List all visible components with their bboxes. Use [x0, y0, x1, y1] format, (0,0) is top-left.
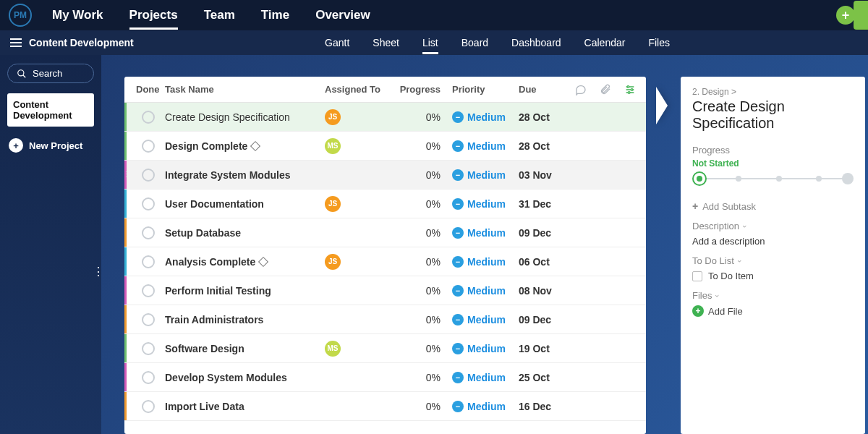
filter-icon[interactable] [624, 84, 636, 95]
todo-section[interactable]: To Do List › [692, 255, 854, 266]
tab-sheet[interactable]: Sheet [373, 31, 399, 54]
priority-badge[interactable]: −Medium [452, 169, 519, 181]
table-row[interactable]: Design Complete MS0%−Medium28 Oct [124, 132, 646, 161]
col-due[interactable]: Due [519, 84, 575, 95]
description-input[interactable]: Add a description [692, 236, 854, 247]
done-checkbox[interactable] [142, 342, 155, 355]
add-button[interactable]: + [836, 6, 855, 25]
done-checkbox[interactable] [142, 197, 155, 210]
due-date: 31 Dec [519, 198, 575, 210]
priority-badge[interactable]: −Medium [452, 256, 519, 268]
checkbox[interactable] [692, 271, 702, 281]
priority-badge[interactable]: −Medium [452, 111, 519, 123]
done-checkbox[interactable] [142, 371, 155, 384]
done-checkbox[interactable] [142, 284, 155, 297]
task-detail-panel: 2. Design > Create Design Specification … [681, 77, 865, 434]
new-project-button[interactable]: + New Project [7, 138, 94, 153]
table-row[interactable]: User Documentation JS0%−Medium31 Dec [124, 190, 646, 218]
priority-badge[interactable]: −Medium [452, 314, 519, 326]
progress-value: 0% [397, 285, 452, 297]
chevron-down-icon: › [713, 294, 722, 297]
avatar[interactable]: JS [325, 254, 341, 270]
content-area: Done Task Name Assigned To Progress Prio… [101, 55, 868, 434]
priority-badge[interactable]: −Medium [452, 140, 519, 152]
table-row[interactable]: Train Administrators 0%−Medium09 Dec [124, 305, 646, 334]
done-checkbox[interactable] [142, 226, 155, 239]
comment-icon[interactable] [575, 84, 587, 95]
progress-status: Not Started [692, 158, 854, 169]
priority-badge[interactable]: −Medium [452, 401, 519, 412]
svg-point-0 [18, 69, 24, 75]
table-row[interactable]: Analysis Complete JS0%−Medium06 Oct [124, 247, 646, 276]
nav-time[interactable]: Time [261, 1, 289, 30]
table-row[interactable]: Perform Initial Testing 0%−Medium08 Nov [124, 276, 646, 305]
done-checkbox[interactable] [142, 400, 155, 413]
done-checkbox[interactable] [142, 255, 155, 268]
progress-slider[interactable] [692, 171, 854, 186]
help-button[interactable] [854, 1, 868, 30]
files-section[interactable]: Files › [692, 290, 854, 301]
nav-team[interactable]: Team [204, 1, 235, 30]
tab-calendar[interactable]: Calendar [584, 31, 626, 54]
plus-icon: + [692, 200, 698, 212]
done-checkbox[interactable] [142, 313, 155, 326]
progress-label: Progress [692, 145, 854, 156]
table-row[interactable]: Import Live Data 0%−Medium16 Dec [124, 392, 646, 421]
avatar[interactable]: MS [325, 341, 341, 357]
todo-item[interactable]: To Do Item [692, 271, 854, 281]
task-name: Design Complete [165, 140, 325, 152]
table-row[interactable]: ⋮⋮Integrate System Modules 0%−Medium03 N… [124, 161, 646, 190]
tab-board[interactable]: Board [461, 31, 488, 54]
priority-icon: − [452, 227, 464, 239]
col-done[interactable]: Done [130, 84, 165, 95]
sidebar: Search Content Development + New Project… [0, 55, 101, 434]
new-project-label: New Project [29, 140, 82, 151]
table-row[interactable]: Software Design MS0%−Medium19 Oct [124, 334, 646, 363]
priority-badge[interactable]: −Medium [452, 227, 519, 239]
due-date: 28 Oct [519, 140, 575, 152]
table-row[interactable]: Develop System Modules 0%−Medium25 Oct [124, 363, 646, 392]
svg-point-7 [628, 91, 630, 93]
due-date: 06 Oct [519, 256, 575, 268]
avatar[interactable]: JS [325, 109, 341, 125]
avatar[interactable]: JS [325, 196, 341, 212]
done-checkbox[interactable] [142, 111, 155, 124]
tab-gantt[interactable]: Gantt [325, 31, 349, 54]
tab-dashboard[interactable]: Dashboard [511, 31, 561, 54]
tab-list[interactable]: List [422, 31, 438, 54]
menu-icon[interactable] [10, 38, 22, 47]
attachment-icon[interactable] [600, 84, 611, 95]
sidebar-item-project[interactable]: Content Development [7, 93, 94, 127]
done-checkbox[interactable] [142, 169, 155, 182]
col-assigned[interactable]: Assigned To [325, 84, 397, 95]
nav-my-work[interactable]: My Work [52, 1, 103, 30]
tab-files[interactable]: Files [648, 31, 670, 54]
description-section[interactable]: Description › [692, 221, 854, 231]
progress-value: 0% [397, 256, 452, 268]
search-icon [17, 69, 27, 79]
priority-badge[interactable]: −Medium [452, 285, 519, 297]
logo[interactable]: PM [9, 4, 32, 27]
search-input[interactable]: Search [7, 64, 94, 83]
done-checkbox[interactable] [142, 140, 155, 153]
priority-badge[interactable]: −Medium [452, 372, 519, 383]
table-row[interactable]: Setup Database 0%−Medium09 Dec [124, 218, 646, 247]
task-name: User Documentation [165, 198, 325, 210]
table-row[interactable]: Create Design Specification JS0%−Medium2… [124, 103, 646, 132]
col-progress[interactable]: Progress [397, 84, 452, 95]
due-date: 09 Dec [519, 227, 575, 239]
avatar[interactable]: MS [325, 138, 341, 154]
col-priority[interactable]: Priority [452, 84, 519, 95]
add-file-button[interactable]: + Add File [692, 305, 854, 317]
detail-breadcrumb[interactable]: 2. Design > [692, 87, 854, 97]
priority-badge[interactable]: −Medium [452, 343, 519, 354]
add-subtask-button[interactable]: + Add Subtask [692, 200, 854, 212]
col-name[interactable]: Task Name [165, 84, 325, 95]
nav-projects[interactable]: Projects [129, 1, 178, 30]
milestone-icon [258, 256, 268, 266]
svg-point-5 [627, 85, 629, 88]
drag-handle-icon[interactable]: ⋮⋮ [124, 170, 130, 179]
priority-badge[interactable]: −Medium [452, 198, 519, 210]
nav-overview[interactable]: Overview [315, 1, 370, 30]
sidebar-resize-handle[interactable]: ⋮ [93, 265, 104, 278]
